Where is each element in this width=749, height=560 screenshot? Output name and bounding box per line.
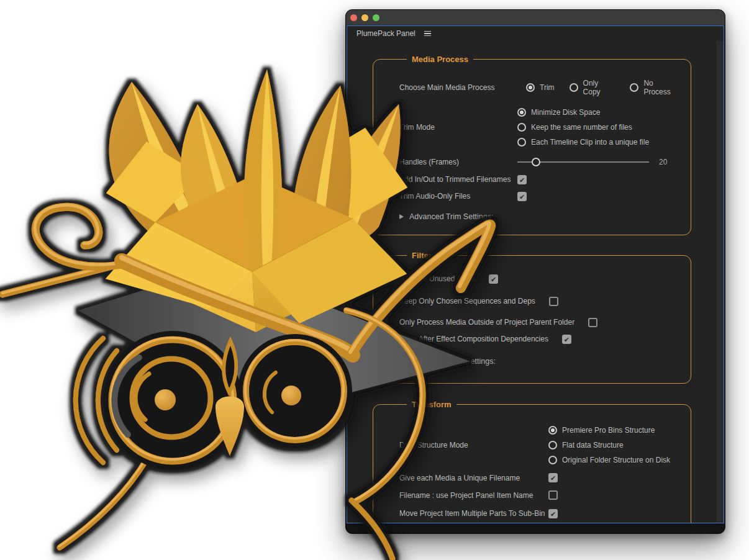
row-remove-unused: Remove Unused Items bbox=[399, 274, 679, 284]
radio-icon[interactable] bbox=[548, 456, 557, 464]
zoom-button[interactable] bbox=[373, 14, 379, 21]
field-label: Give each Media a Unique Filename bbox=[399, 472, 548, 484]
radio-option-trim[interactable]: Trim bbox=[526, 79, 555, 96]
radio-option-only-copy[interactable]: Only Copy bbox=[570, 79, 615, 96]
radio-option-keep-same-number[interactable]: Keep the same number of files bbox=[517, 121, 649, 133]
row-multiple-parts-subbin: Move Project Item Multiple Parts To Sub-… bbox=[399, 508, 679, 519]
field-label: Only Process Media Outside of Project Pa… bbox=[399, 317, 574, 328]
section-filter: Filter Remove Unused Items Keep Only Cho… bbox=[373, 251, 691, 384]
checkbox-trim-audio-only[interactable] bbox=[517, 192, 527, 201]
radio-option-each-clip-unique[interactable]: Each Timeline Clip into a unique file bbox=[517, 136, 649, 148]
trim-mode-radio-group: Minimize Disk Space Keep the same number… bbox=[517, 106, 649, 148]
handles-slider[interactable] bbox=[517, 157, 649, 167]
field-label: Trim Audio-Only Files bbox=[399, 191, 517, 202]
row-copy-ae: Copy After Effect Composition Dependenci… bbox=[399, 334, 679, 344]
field-label: Choose Main Media Process bbox=[399, 82, 517, 93]
disclosure-triangle-icon bbox=[399, 359, 404, 364]
main-process-radio-group: Trim Only Copy No Process bbox=[526, 79, 679, 96]
panel-menu-icon[interactable] bbox=[424, 31, 431, 37]
row-keep-chosen: Keep Only Chosen Sequences and Deps bbox=[399, 296, 679, 306]
field-label: Remove Unused Items bbox=[399, 273, 475, 284]
checkbox-use-panel-item-name[interactable] bbox=[548, 490, 558, 500]
row-add-inout: Add In/Out to Trimmed Filenames bbox=[399, 174, 679, 185]
section-title-transform: Transform bbox=[407, 400, 456, 409]
radio-icon[interactable] bbox=[570, 83, 578, 92]
advanced-trim-toggle[interactable]: Advanced Trim Settings: bbox=[399, 212, 679, 221]
minimize-button[interactable] bbox=[361, 14, 368, 21]
field-label: Move Project Item Multiple Parts To Sub-… bbox=[399, 508, 548, 519]
field-label: Handles (Frames) bbox=[399, 156, 517, 168]
radio-icon[interactable] bbox=[548, 441, 557, 449]
radio-icon[interactable] bbox=[517, 123, 526, 132]
checkbox-remove-unused[interactable] bbox=[489, 274, 498, 284]
radio-icon[interactable] bbox=[526, 83, 535, 92]
checkbox-keep-chosen-sequences[interactable] bbox=[549, 297, 558, 306]
field-label: Copy After Effect Composition Dependenci… bbox=[399, 333, 548, 345]
checkbox-add-inout[interactable] bbox=[517, 175, 527, 184]
checkbox-only-outside-parent[interactable] bbox=[588, 318, 597, 327]
section-transform: Transform Data Structure Mode Premiere P… bbox=[373, 400, 691, 523]
checkbox-copy-ae-deps[interactable] bbox=[562, 335, 571, 344]
scrollbar-track[interactable] bbox=[715, 41, 724, 523]
data-structure-radio-group: Premiere Pro Bins Structure Flat data St… bbox=[548, 424, 670, 466]
row-handles: Handles (Frames) 20 bbox=[399, 156, 679, 168]
panel-scroll-content: Media Process Choose Main Media Process … bbox=[347, 41, 715, 523]
radio-icon[interactable] bbox=[517, 138, 526, 147]
row-trim-audio: Trim Audio-Only Files bbox=[399, 191, 679, 202]
radio-option-no-process[interactable]: No Process bbox=[630, 79, 679, 96]
advanced-filter-toggle[interactable]: Advanced Filter Settings: bbox=[399, 357, 679, 366]
checkbox-unique-filename[interactable] bbox=[548, 473, 558, 482]
field-label: Keep Only Chosen Sequences and Deps bbox=[399, 296, 535, 307]
radio-icon[interactable] bbox=[517, 108, 526, 117]
checkbox-multiple-parts-subbin[interactable] bbox=[548, 509, 558, 518]
field-label: Trim Mode bbox=[399, 122, 517, 133]
row-only-outside: Only Process Media Outside of Project Pa… bbox=[399, 317, 679, 327]
radio-option-minimize-disk-space[interactable]: Minimize Disk Space bbox=[517, 106, 649, 118]
radio-icon[interactable] bbox=[548, 426, 557, 435]
radio-icon[interactable] bbox=[630, 83, 638, 92]
titlebar[interactable] bbox=[346, 10, 725, 25]
plumepack-panel: PlumePack Panel Media Process Choose Mai… bbox=[347, 25, 724, 523]
disclosure-triangle-icon bbox=[399, 214, 404, 219]
row-use-panel-item-name: Filename : use Project Panel Item Name bbox=[399, 490, 679, 500]
radio-option-original-folder[interactable]: Original Folder Structure on Disk bbox=[548, 454, 670, 466]
row-unique-filename: Give each Media a Unique Filename bbox=[399, 473, 679, 482]
slider-knob[interactable] bbox=[532, 158, 540, 166]
panel-tab-bar: PlumePack Panel bbox=[347, 26, 724, 41]
section-media-process: Media Process Choose Main Media Process … bbox=[373, 55, 691, 235]
field-label: Filename : use Project Panel Item Name bbox=[399, 490, 548, 501]
screenshot-stage: { "colors": { "accent_orange": "#E29A3C"… bbox=[0, 0, 749, 560]
field-label: Add In/Out to Trimmed Filenames bbox=[399, 174, 517, 185]
close-button[interactable] bbox=[350, 14, 357, 21]
row-trim-mode: Trim Mode Minimize Disk Space Keep the s… bbox=[399, 106, 679, 148]
section-title-media-process: Media Process bbox=[407, 55, 473, 64]
radio-option-premiere-bins[interactable]: Premiere Pro Bins Structure bbox=[548, 424, 670, 436]
app-window: PlumePack Panel Media Process Choose Mai… bbox=[345, 9, 725, 534]
row-main-process: Choose Main Media Process Trim Only Copy bbox=[399, 79, 679, 96]
row-data-structure: Data Structure Mode Premiere Pro Bins St… bbox=[399, 424, 679, 466]
field-label: Data Structure Mode bbox=[399, 440, 548, 451]
radio-option-flat-structure[interactable]: Flat data Structure bbox=[548, 439, 670, 451]
handles-value: 20 bbox=[659, 158, 667, 166]
section-title-filter: Filter bbox=[407, 251, 437, 260]
panel-tab[interactable]: PlumePack Panel bbox=[356, 29, 415, 38]
